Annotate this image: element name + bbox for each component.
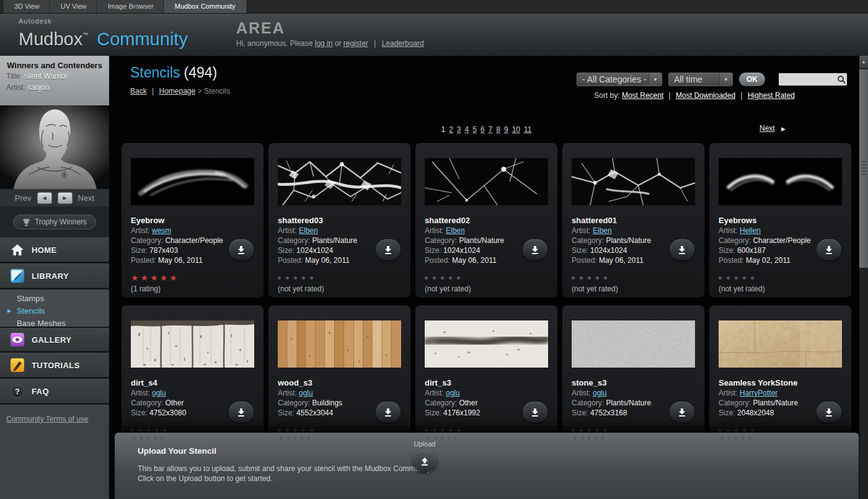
artist-link[interactable]: Elben [446, 226, 465, 235]
page-link[interactable]: 9 [504, 125, 508, 134]
page-link[interactable]: 3 [457, 125, 461, 134]
page-link[interactable]: 8 [496, 125, 500, 134]
stencil-card: Eyebrows Artist: Hellen Category: Charac… [709, 143, 851, 298]
stencil-thumbnail[interactable] [425, 158, 548, 205]
stencil-thumbnail[interactable] [131, 158, 254, 205]
artist-line: Artist: oglu [572, 388, 696, 398]
time-dropdown[interactable]: All time ▼ [668, 73, 733, 86]
sidebar-item-library[interactable]: LIBRARY [0, 263, 109, 288]
page-link[interactable]: 5 [472, 125, 477, 134]
pagination-pages: 1234567891011 [122, 125, 851, 134]
viewport-tab-bar: 3D View UV View Image Browser Mudbox Com… [0, 0, 868, 14]
community-terms-link[interactable]: Community Terms of use [6, 415, 89, 423]
tab-3d-view[interactable]: 3D View [4, 0, 50, 13]
mudbox-wordmark: Mudbox [19, 29, 82, 49]
page-link[interactable]: 1 [441, 125, 445, 134]
field-label: Size: [278, 246, 294, 255]
register-link[interactable]: register [343, 39, 368, 48]
artist-link[interactable]: oglu [593, 389, 607, 397]
sidebar-item-faq[interactable]: ? FAQ [0, 379, 109, 404]
upload-button[interactable] [413, 451, 436, 472]
page-link[interactable]: 7 [489, 125, 493, 134]
homepage-link[interactable]: Homepage [159, 87, 196, 95]
tutorials-icon [10, 358, 25, 373]
download-button[interactable] [523, 402, 547, 423]
search-icon[interactable] [836, 74, 848, 84]
sidebar-item-home[interactable]: HOME [0, 237, 109, 262]
stencil-thumbnail[interactable] [278, 320, 401, 368]
or-text: or [335, 39, 342, 48]
tab-uv-view[interactable]: UV View [50, 0, 97, 13]
rating-stars[interactable] [278, 273, 402, 283]
artist-link[interactable]: oglu [299, 389, 313, 397]
stencil-thumbnail[interactable] [131, 320, 254, 368]
stencil-card: shattered03 Artist: Elben Category: Plan… [268, 143, 410, 298]
stencil-thumbnail[interactable] [278, 158, 401, 205]
next-button[interactable]: ▶ [58, 192, 73, 204]
mudbox-app-window: 3D View UV View Image Browser Mudbox Com… [0, 0, 868, 499]
rating-stars[interactable] [425, 273, 549, 283]
page-link[interactable]: 2 [449, 125, 453, 134]
tab-mudbox-community[interactable]: Mudbox Community [164, 0, 246, 13]
artist-link[interactable]: oglu [446, 389, 460, 397]
artist-link[interactable]: Elben [299, 226, 318, 235]
question-mark-icon: ? [10, 384, 25, 399]
scroll-up-button[interactable]: ▲ [859, 56, 868, 69]
vertical-scrollbar[interactable]: ▲ [859, 56, 868, 499]
field-label: Size: [719, 408, 735, 417]
stencil-thumbnail[interactable] [425, 320, 548, 368]
prev-button[interactable]: ◀ [37, 192, 52, 204]
rating-stars[interactable] [719, 273, 843, 283]
mudbox-community-logo: Autodesk Mudbox™ Community [19, 17, 188, 49]
log-in-link[interactable]: log in [315, 39, 333, 48]
page-link[interactable]: 11 [524, 125, 531, 134]
artist-link[interactable]: HarryPotter [740, 389, 777, 397]
next-page-link[interactable]: Next [760, 124, 775, 133]
tab-image-browser[interactable]: Image Browser [97, 0, 164, 13]
scrollbar-thumb[interactable] [859, 69, 868, 268]
field-label: Category: [425, 399, 457, 407]
sidebar-item-gallery[interactable]: GALLERY [0, 328, 109, 351]
download-button[interactable] [817, 402, 841, 423]
artist-link[interactable]: oglu [152, 389, 166, 397]
rating-stars[interactable] [572, 273, 696, 283]
artist-link[interactable]: Elben [593, 226, 612, 235]
sort-most-downloaded[interactable]: Most Downloaded [676, 91, 735, 100]
page-link[interactable]: 10 [512, 125, 520, 134]
download-button[interactable] [523, 239, 547, 260]
sidebar-item-stamps[interactable]: Stamps [0, 293, 109, 305]
download-button[interactable] [670, 402, 694, 423]
page-link[interactable]: 6 [480, 125, 485, 134]
scrollbar-track[interactable] [859, 268, 868, 499]
stencil-thumbnail[interactable] [719, 320, 842, 368]
rating-count: (not yet rated) [572, 285, 696, 293]
search-input[interactable] [779, 74, 836, 85]
leaderboard-link[interactable]: Leaderboard [382, 39, 424, 48]
download-button[interactable] [229, 402, 254, 423]
winner-artwork-image[interactable] [0, 105, 109, 189]
artist-line: Artist: oglu [425, 388, 549, 398]
chevron-down-icon[interactable]: ▼ [649, 73, 662, 86]
download-button[interactable] [376, 239, 401, 260]
ok-button[interactable]: OK [739, 73, 765, 86]
back-link[interactable]: Back [130, 87, 147, 95]
stencil-thumbnail[interactable] [719, 158, 842, 205]
stencil-thumbnail[interactable] [572, 320, 695, 368]
stencil-thumbnail[interactable] [572, 158, 695, 205]
trophy-winners-button[interactable]: Trophy Winners [13, 214, 96, 229]
download-button[interactable] [229, 239, 254, 260]
rating-count: (1 rating) [131, 285, 255, 293]
sort-most-recent[interactable]: Most Recent [622, 91, 663, 100]
download-button[interactable] [817, 239, 841, 260]
rating-stars[interactable]: ★★★★★ [131, 273, 255, 283]
chevron-down-icon[interactable]: ▼ [719, 73, 732, 86]
page-link[interactable]: 4 [465, 125, 469, 134]
category-dropdown[interactable]: - All Categories - ▼ [577, 73, 662, 86]
sidebar-item-stencils[interactable]: ▶ Stencils [0, 305, 109, 317]
artist-link[interactable]: Hellen [740, 226, 761, 235]
sort-highest-rated[interactable]: Highest Rated [748, 91, 795, 100]
download-button[interactable] [670, 239, 694, 260]
download-button[interactable] [376, 402, 401, 423]
artist-link[interactable]: wesm [152, 226, 171, 235]
sidebar-item-tutorials[interactable]: TUTORIALS [0, 353, 109, 378]
